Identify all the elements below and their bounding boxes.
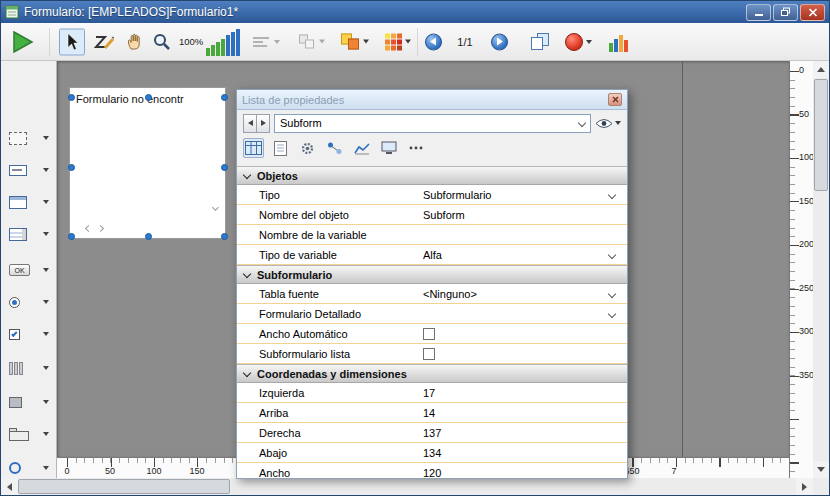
chevron-down-icon xyxy=(608,289,616,297)
titlebar[interactable]: Formulario: [EMPLEADOS]Formulario1* xyxy=(1,1,829,23)
pointer-icon xyxy=(65,32,79,51)
button-tool[interactable]: OK xyxy=(6,257,52,283)
vertical-scroll-thumb[interactable] xyxy=(814,79,828,191)
prop-label: Nombre del objeto xyxy=(237,209,417,221)
chevron-down-icon xyxy=(243,170,251,178)
tool-dropdown-arrow[interactable] xyxy=(43,300,49,304)
scroll-down-button[interactable] xyxy=(813,461,829,478)
ruler-ticks xyxy=(790,71,799,478)
splitter-icon xyxy=(9,362,23,375)
next-object-button[interactable] xyxy=(256,114,270,133)
prop-value-dropdown[interactable]: Subformulario xyxy=(417,185,627,204)
align-menu-button[interactable] xyxy=(253,35,280,49)
tab-all-properties[interactable] xyxy=(243,138,264,158)
chevron-down-icon xyxy=(274,40,280,44)
magnifier-icon xyxy=(153,33,171,51)
scroll-area-tool[interactable] xyxy=(6,221,52,247)
tool-dropdown-arrow[interactable] xyxy=(43,232,49,236)
zoom-level-control[interactable]: 100% xyxy=(179,28,240,56)
section-header-objetos[interactable]: Objetos xyxy=(237,166,627,185)
rectangle-tool[interactable] xyxy=(6,389,52,415)
tool-dropdown-arrow[interactable] xyxy=(43,136,49,140)
select-area-tool[interactable] xyxy=(6,125,52,151)
move-tool-button[interactable] xyxy=(125,32,145,52)
tool-dropdown-arrow[interactable] xyxy=(43,200,49,204)
prop-value-dropdown[interactable] xyxy=(417,304,627,323)
subform-object[interactable]: Formulario no encontr xyxy=(69,87,226,239)
horizontal-scroll-thumb[interactable] xyxy=(18,479,230,494)
tab-control-tool[interactable] xyxy=(6,421,52,447)
listbox-tool[interactable] xyxy=(6,189,52,215)
zoom-tool-button[interactable] xyxy=(153,33,171,51)
prop-row-nombre-objeto: Nombre del objeto Subform xyxy=(237,205,627,225)
prop-value-text[interactable]: Subform xyxy=(417,205,627,224)
next-page-button[interactable] xyxy=(491,33,508,50)
splitter-tool[interactable] xyxy=(6,355,52,381)
checkbox[interactable] xyxy=(423,328,435,340)
selected-object-name: Subform xyxy=(280,117,322,129)
horizontal-scrollbar[interactable] xyxy=(1,478,813,495)
tool-dropdown-arrow[interactable] xyxy=(43,432,49,436)
prop-value: Alfa xyxy=(423,249,442,261)
prop-value-dropdown[interactable]: <Ninguno> xyxy=(417,284,627,303)
tool-dropdown-arrow[interactable] xyxy=(43,366,49,370)
tab-appearance[interactable] xyxy=(378,138,399,158)
arrow-left-icon xyxy=(425,33,442,50)
chevron-down-icon xyxy=(405,40,411,44)
scroll-right-button[interactable] xyxy=(796,478,813,495)
prop-label: Tabla fuente xyxy=(237,288,417,300)
tab-actions[interactable] xyxy=(297,138,318,158)
vertical-scrollbar[interactable] xyxy=(813,61,829,478)
prop-value-text[interactable]: 134 xyxy=(417,443,627,462)
prop-value-text[interactable]: 137 xyxy=(417,423,627,442)
prop-value-text[interactable]: 14 xyxy=(417,403,627,422)
radio-button-tool[interactable] xyxy=(6,289,52,315)
previous-object-button[interactable] xyxy=(243,114,257,133)
delete-button[interactable] xyxy=(565,33,592,51)
tool-dropdown-arrow[interactable] xyxy=(43,268,49,272)
monitor-icon xyxy=(381,141,397,155)
checkbox-tool[interactable] xyxy=(6,321,52,347)
chevron-down-icon xyxy=(608,190,616,198)
bar-chart-icon xyxy=(609,32,628,52)
tab-events[interactable] xyxy=(351,138,372,158)
tool-dropdown-arrow[interactable] xyxy=(43,466,49,470)
prop-value-text[interactable] xyxy=(417,225,627,244)
scroll-left-button[interactable] xyxy=(1,478,18,495)
run-form-button[interactable] xyxy=(9,29,35,55)
palette-close-button[interactable] xyxy=(608,93,622,106)
palette-titlebar[interactable]: Lista de propiedades xyxy=(237,90,627,110)
tab-form[interactable] xyxy=(270,138,291,158)
previous-page-button[interactable] xyxy=(425,33,442,50)
color-palette-button[interactable] xyxy=(385,33,411,50)
prop-row-abajo: Abajo 134 xyxy=(237,443,627,463)
tool-dropdown-arrow[interactable] xyxy=(43,168,49,172)
entry-order-tool-button[interactable] xyxy=(93,33,115,51)
restore-button[interactable] xyxy=(773,4,798,21)
pointer-tool-button[interactable] xyxy=(59,28,85,55)
chart-button[interactable] xyxy=(609,32,628,52)
distribute-menu-button[interactable] xyxy=(299,34,325,49)
tab-data-source[interactable] xyxy=(324,138,345,158)
checkbox[interactable] xyxy=(423,348,435,360)
section-header-subformulario[interactable]: Subformulario xyxy=(237,265,627,284)
prop-value-text[interactable]: 120 xyxy=(417,463,627,478)
tool-dropdown-arrow[interactable] xyxy=(43,332,49,336)
input-field-tool[interactable] xyxy=(6,157,52,183)
close-button[interactable] xyxy=(800,4,825,21)
minimize-button[interactable] xyxy=(746,4,771,21)
prop-value-text[interactable]: 17 xyxy=(417,383,627,402)
page-icon xyxy=(274,141,287,156)
view-options-button[interactable] xyxy=(595,118,621,129)
prop-value: <Ninguno> xyxy=(423,288,477,300)
display-pages-button[interactable] xyxy=(531,33,550,51)
subform-placeholder-text: Formulario no encontr xyxy=(76,93,219,105)
tool-dropdown-arrow[interactable] xyxy=(43,400,49,404)
prop-value-dropdown[interactable]: Alfa xyxy=(417,245,627,264)
scroll-up-button[interactable] xyxy=(813,61,829,78)
section-header-coordenadas[interactable]: Coordenadas y dimensiones xyxy=(237,364,627,383)
tab-more[interactable] xyxy=(405,138,426,158)
fill-color-button[interactable] xyxy=(341,33,369,50)
zoom-bars-icon xyxy=(206,28,240,56)
object-selector-dropdown[interactable]: Subform xyxy=(274,114,591,133)
